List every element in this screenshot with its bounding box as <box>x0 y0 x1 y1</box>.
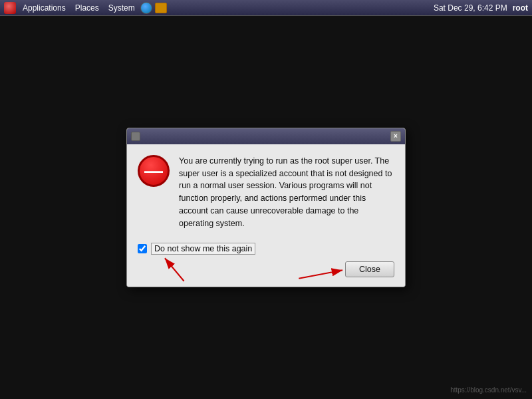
dialog-close-button[interactable]: × <box>390 131 401 142</box>
checkbox-row: Do not show me this again <box>138 243 394 255</box>
warning-dialog: × — You are currently trying to run as t… <box>126 128 406 288</box>
applications-menu[interactable]: Applications <box>19 2 70 14</box>
dialog-titlebar: × <box>127 128 405 144</box>
dialog-title-icon <box>131 132 140 141</box>
system-menu[interactable]: System <box>104 2 139 14</box>
warning-icon: — <box>138 155 170 187</box>
dialog-message: You are currently trying to run as the r… <box>179 155 394 230</box>
dialog-content: — You are currently trying to run as the… <box>127 144 405 238</box>
taskbar-right: Sat Dec 29, 6:42 PM root <box>434 3 528 13</box>
applications-icon <box>4 2 16 14</box>
clock: Sat Dec 29, 6:42 PM <box>434 3 507 13</box>
taskbar: Applications Places System Sat Dec 29, 6… <box>0 0 532 16</box>
checkbox-label: Do not show me this again <box>151 243 255 255</box>
briefcase-icon <box>155 2 167 14</box>
username: root <box>513 3 528 13</box>
dialog-backdrop: × — You are currently trying to run as t… <box>0 16 532 399</box>
desktop: × — You are currently trying to run as t… <box>0 16 532 399</box>
button-row: Close <box>138 261 394 277</box>
taskbar-left: Applications Places System <box>4 2 168 14</box>
close-button[interactable]: Close <box>345 261 394 277</box>
watermark: https://blog.csdn.net/vsv... <box>450 386 527 394</box>
places-menu[interactable]: Places <box>71 2 103 14</box>
app-menu-icon <box>4 2 16 14</box>
dialog-footer: Do not show me this again Close <box>127 237 405 287</box>
do-not-show-checkbox[interactable] <box>138 244 147 253</box>
globe-icon <box>140 2 152 14</box>
